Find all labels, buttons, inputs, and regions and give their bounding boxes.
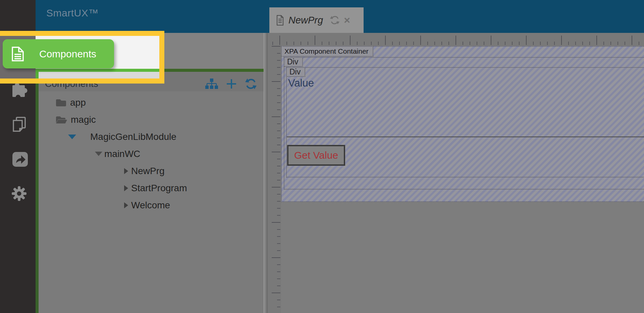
tour-tooltip-label: Components [39, 48, 96, 60]
inner-div-label[interactable]: Div [286, 67, 305, 77]
tree-item-magic[interactable]: magic [39, 111, 264, 128]
horizontal-ruler [268, 33, 644, 46]
input-underline [287, 137, 644, 137]
tour-spotlight-panel-accent [36, 69, 159, 72]
components-tree: app magic MagicGenLibModule mainWC NewPr… [39, 94, 264, 214]
folder-open-icon [55, 115, 67, 124]
tree-item-mainwc[interactable]: mainWC [39, 145, 264, 162]
tree-item-newprg[interactable]: NewPrg [39, 162, 264, 179]
value-text-element[interactable]: Value [288, 77, 314, 89]
panel-left-accent [36, 69, 39, 313]
publish-share-icon[interactable] [12, 152, 28, 167]
tree-item-label: NewPrg [131, 166, 165, 176]
smartux-designer-screen: SmartUX™ NewPrg × Components [0, 0, 644, 313]
vertical-ruler [268, 46, 281, 313]
tree-item-label: StartProgram [131, 183, 187, 194]
document-tab-newprg[interactable]: NewPrg × [269, 7, 364, 33]
expander-collapsed-icon[interactable] [124, 202, 128, 208]
panel-toolbar [205, 79, 257, 89]
components-doc-icon [11, 46, 24, 62]
tour-spotlight-panel-header [39, 72, 159, 79]
tree-item-label: magic [71, 114, 96, 125]
expander-collapsed-icon[interactable] [124, 168, 128, 174]
tab-close-icon[interactable]: × [344, 15, 350, 25]
expander-expanded-icon[interactable] [68, 135, 76, 139]
document-tab-label: NewPrg [288, 15, 323, 26]
hierarchy-view-icon[interactable] [205, 79, 218, 89]
tree-item-startprogram[interactable]: StartProgram [39, 179, 264, 197]
expander-expanded-icon[interactable] [95, 152, 102, 156]
app-title: SmartUX™ [46, 7, 99, 19]
tree-item-label: MagicGenLibModule [90, 132, 176, 142]
tree-item-welcome[interactable]: Welcome [39, 197, 264, 214]
xpa-container-label[interactable]: XPA Component Container [281, 46, 373, 57]
settings-gear-icon[interactable] [11, 186, 27, 201]
tree-item-label: mainWC [104, 149, 140, 159]
pages-copy-icon[interactable] [11, 116, 28, 132]
folder-closed-icon [55, 98, 67, 107]
document-icon [276, 15, 284, 25]
tour-spotlight-panel-accent-left [36, 72, 39, 79]
inner-div-element[interactable]: Div Value Get Value [286, 67, 644, 177]
outer-div-label[interactable]: Div [284, 57, 303, 67]
outer-div-element[interactable]: Div Div Value Get Value [284, 57, 644, 190]
get-value-button[interactable]: Get Value [287, 145, 345, 166]
tab-refresh-icon[interactable] [330, 15, 340, 25]
refresh-tree-icon[interactable] [245, 79, 257, 89]
tree-item-magicgenlibmodule[interactable]: MagicGenLibModule [39, 128, 264, 145]
widgets-puzzle-icon[interactable] [10, 82, 29, 98]
tree-item-label: Welcome [131, 200, 170, 211]
add-component-icon[interactable] [226, 79, 237, 89]
tour-tooltip[interactable]: Components [3, 39, 114, 68]
xpa-component-container[interactable]: XPA Component Container Div Div Value Ge… [281, 46, 644, 202]
tree-item-label: app [70, 97, 86, 108]
tree-item-app[interactable]: app [39, 94, 264, 111]
expander-collapsed-icon[interactable] [124, 185, 128, 191]
